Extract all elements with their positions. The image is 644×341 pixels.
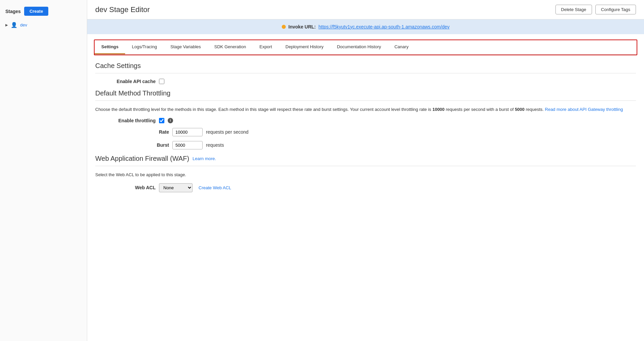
tab-canary[interactable]: Canary	[388, 40, 415, 54]
enable-api-cache-checkbox[interactable]	[159, 79, 164, 84]
divider-throttling	[95, 100, 636, 101]
rate-label: Rate	[109, 129, 169, 135]
web-acl-select[interactable]: None	[159, 183, 193, 192]
waf-title: Web Application Firewall (WAF)	[95, 155, 189, 162]
sidebar-header: Stages Create	[0, 4, 87, 20]
sidebar-item-dev[interactable]: ▶ 👤 dev	[0, 20, 87, 30]
web-acl-row: Web ACL None Create Web ACL	[95, 183, 636, 192]
configure-tags-button[interactable]: Configure Tags	[595, 5, 636, 14]
cache-settings-section: Cache Settings Enable API cache	[95, 62, 636, 84]
tab-sdk-generation[interactable]: SDK Generation	[208, 40, 253, 54]
throttling-rate-bold: 10000	[432, 107, 444, 112]
tab-stage-variables[interactable]: Stage Variables	[164, 40, 208, 54]
enable-throttling-row: Enable throttling i	[95, 118, 636, 123]
throttling-description: Choose the default throttling level for …	[95, 106, 636, 113]
throttling-burst-bold: 5000	[515, 107, 525, 112]
invoke-banner: Invoke URL: https://f5kyutv1yc.execute-a…	[87, 19, 644, 34]
top-header: dev Stage Editor Delete Stage Configure …	[87, 0, 644, 19]
tab-deployment-history[interactable]: Deployment History	[279, 40, 330, 54]
page-title: dev Stage Editor	[95, 5, 150, 14]
invoke-url[interactable]: https://f5kyutv1yc.execute-api.ap-south-…	[319, 24, 450, 29]
throttling-desc-part2: requests per second with a burst of	[444, 107, 515, 112]
waf-section: Web Application Firewall (WAF) Learn mor…	[95, 155, 636, 192]
rate-row: Rate 10000 requests per second	[109, 128, 636, 136]
sidebar: Stages Create ▶ 👤 dev	[0, 0, 87, 341]
tab-settings[interactable]: Settings	[95, 40, 125, 54]
burst-label: Burst	[109, 142, 169, 148]
throttling-title: Default Method Throttling	[95, 89, 636, 97]
settings-content: Cache Settings Enable API cache Default …	[87, 55, 644, 341]
header-buttons: Delete Stage Configure Tags	[555, 5, 636, 14]
waf-description: Select the Web ACL to be applied to this…	[95, 172, 636, 179]
waf-title-row: Web Application Firewall (WAF) Learn mor…	[95, 155, 636, 162]
status-dot-icon	[282, 25, 286, 29]
enable-throttling-checkbox[interactable]	[159, 118, 164, 123]
sidebar-item-label: dev	[20, 22, 27, 27]
tab-export[interactable]: Export	[253, 40, 279, 54]
burst-row: Burst 5000 requests	[109, 141, 636, 149]
tab-logs-tracing[interactable]: Logs/Tracing	[125, 40, 164, 54]
cache-settings-title: Cache Settings	[95, 62, 636, 70]
divider-cache	[95, 73, 636, 73]
burst-suffix: requests	[206, 142, 224, 148]
stage-icon: 👤	[11, 22, 17, 28]
create-web-acl-link[interactable]: Create Web ACL	[199, 185, 231, 190]
tabs-container: Settings Logs/Tracing Stage Variables SD…	[94, 40, 637, 55]
chevron-right-icon: ▶	[5, 23, 8, 27]
rate-input[interactable]: 10000	[172, 128, 203, 136]
enable-api-cache-row: Enable API cache	[95, 79, 636, 84]
enable-throttling-label: Enable throttling	[95, 118, 156, 123]
invoke-label: Invoke URL:	[288, 24, 316, 29]
tab-documentation-history[interactable]: Documentation History	[330, 40, 388, 54]
create-button[interactable]: Create	[24, 7, 48, 16]
throttling-desc-part3: requests.	[525, 107, 545, 112]
divider-waf	[95, 166, 636, 166]
throttling-section: Default Method Throttling Choose the def…	[95, 89, 636, 149]
info-icon[interactable]: i	[168, 118, 173, 123]
enable-api-cache-label: Enable API cache	[95, 79, 156, 84]
delete-stage-button[interactable]: Delete Stage	[555, 5, 592, 14]
throttling-desc-part1: Choose the default throttling level for …	[95, 107, 432, 112]
burst-input[interactable]: 5000	[172, 141, 203, 149]
read-more-link[interactable]: Read more about API Gateway throttling	[545, 107, 623, 112]
main-content: dev Stage Editor Delete Stage Configure …	[87, 0, 644, 341]
tabs-nav: Settings Logs/Tracing Stage Variables SD…	[95, 40, 637, 55]
rate-suffix: requests per second	[206, 129, 249, 135]
web-acl-label: Web ACL	[95, 185, 156, 190]
waf-learn-more-link[interactable]: Learn more.	[193, 156, 216, 161]
sidebar-title: Stages	[5, 9, 21, 14]
